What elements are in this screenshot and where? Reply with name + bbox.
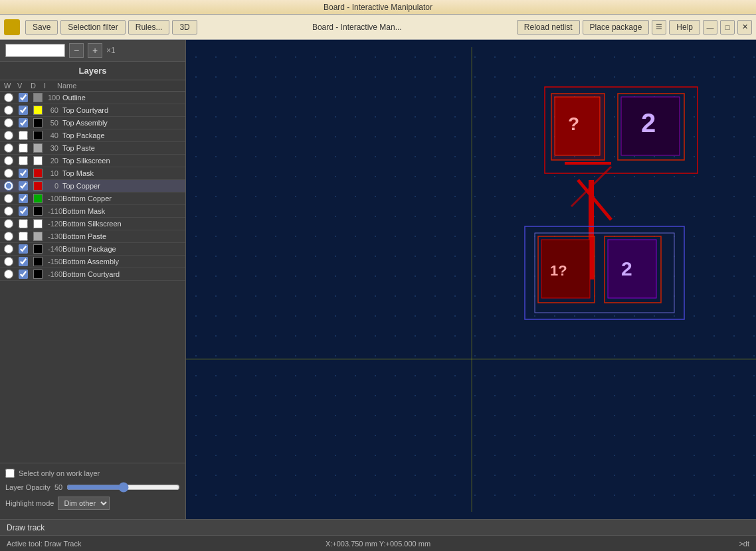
opacity-label: Layer Opacity	[5, 483, 50, 491]
select-only-checkbox[interactable]	[5, 469, 15, 478]
layer-name: Top Mask	[62, 169, 94, 177]
layer-name: Bottom Copper	[62, 195, 112, 202]
close-button[interactable]: ✕	[737, 20, 752, 35]
svg-text:1?: 1?	[550, 262, 567, 279]
left-panel: 1.250 mm − + ×1 Layers W V D I Name 100O…	[0, 40, 186, 519]
menu-button[interactable]: ☰	[652, 20, 666, 35]
layer-visible-checkbox[interactable]	[19, 244, 28, 254]
layer-name: Bottom Courtyard	[62, 270, 120, 278]
draw-track-bar: Draw track	[0, 519, 756, 535]
layer-color-swatch	[33, 131, 43, 140]
layer-radio[interactable]	[4, 219, 13, 228]
draw-track-text: Draw track	[7, 523, 45, 532]
layer-color-swatch	[33, 169, 43, 178]
window-title: Board - Interactive Man...	[200, 23, 514, 32]
title-bar: Board - Interactive Manipulator	[0, 0, 756, 15]
layer-row[interactable]: 50Top Assembly	[0, 117, 185, 129]
layer-number: -120	[48, 220, 61, 228]
layer-name: Bottom Mask	[62, 207, 105, 215]
layer-number: 30	[48, 144, 61, 152]
layer-number: 60	[48, 106, 61, 114]
layer-visible-checkbox[interactable]	[19, 106, 28, 115]
layer-radio[interactable]	[4, 194, 13, 203]
layer-radio[interactable]	[4, 169, 13, 178]
layer-visible-checkbox[interactable]	[19, 181, 28, 191]
layer-name: Outline	[62, 94, 86, 102]
layer-visible-checkbox[interactable]	[19, 156, 28, 165]
layer-number: -140	[48, 245, 61, 253]
main-layout: 1.250 mm − + ×1 Layers W V D I Name 100O…	[0, 40, 756, 519]
place-package-button[interactable]: Place package	[583, 20, 650, 35]
layer-radio[interactable]	[4, 156, 13, 165]
canvas-area[interactable]: ? 2 1? 2	[186, 40, 756, 519]
layer-radio[interactable]	[4, 232, 13, 241]
layer-radio[interactable]	[4, 181, 13, 191]
zoom-plus-button[interactable]: +	[88, 43, 102, 58]
layer-row[interactable]: 60Top Courtyard	[0, 104, 185, 117]
rules-button[interactable]: Rules...	[128, 20, 170, 35]
layer-radio[interactable]	[4, 206, 13, 216]
bottom-controls: Select only on work layer Layer Opacity …	[0, 463, 185, 519]
layer-row[interactable]: 20Top Silkscreen	[0, 155, 185, 167]
layer-row[interactable]: -150Bottom Assembly	[0, 256, 185, 268]
3d-button[interactable]: 3D	[172, 20, 197, 35]
layers-column-headers: W V D I Name	[0, 80, 185, 92]
layer-color-swatch	[33, 156, 43, 165]
layer-name: Bottom Paste	[62, 232, 106, 240]
layer-radio[interactable]	[4, 244, 13, 254]
opacity-slider[interactable]	[66, 482, 180, 493]
layer-number: -110	[48, 207, 61, 215]
layer-visible-checkbox[interactable]	[19, 206, 28, 216]
col-name: Name	[57, 82, 181, 90]
layer-visible-checkbox[interactable]	[19, 169, 28, 178]
maximize-button[interactable]: □	[720, 20, 735, 35]
layer-number: -130	[48, 232, 61, 240]
mode-text: >dt	[502, 540, 749, 548]
selection-filter-button[interactable]: Selection filter	[60, 20, 125, 35]
layer-row[interactable]: -100Bottom Copper	[0, 193, 185, 205]
select-only-label: Select only on work layer	[19, 469, 100, 477]
layer-visible-checkbox[interactable]	[19, 131, 28, 140]
layer-radio[interactable]	[4, 257, 13, 266]
layer-row[interactable]: -110Bottom Mask	[0, 205, 185, 218]
layer-radio[interactable]	[4, 106, 13, 115]
layer-visible-checkbox[interactable]	[19, 93, 28, 102]
layer-color-swatch	[33, 93, 43, 102]
save-button[interactable]: Save	[25, 20, 58, 35]
zoom-input[interactable]: 1.250 mm	[5, 44, 65, 57]
layer-name: Top Copper	[62, 182, 100, 190]
layer-row[interactable]: -140Bottom Package	[0, 243, 185, 256]
col-w: W	[4, 82, 17, 90]
layer-visible-checkbox[interactable]	[19, 194, 28, 203]
layer-row[interactable]: 40Top Package	[0, 129, 185, 142]
layer-row[interactable]: -120Bottom Silkscreen	[0, 218, 185, 230]
layer-visible-checkbox[interactable]	[19, 232, 28, 241]
layer-color-swatch	[33, 118, 43, 127]
layer-radio[interactable]	[4, 143, 13, 153]
layer-number: 20	[48, 157, 61, 165]
layer-row[interactable]: 100Outline	[0, 92, 185, 104]
layer-visible-checkbox[interactable]	[19, 143, 28, 153]
layer-row[interactable]: 10Top Mask	[0, 167, 185, 180]
layer-row[interactable]: 30Top Paste	[0, 142, 185, 155]
title-bar-text: Board - Interactive Manipulator	[324, 3, 432, 12]
layer-radio[interactable]	[4, 131, 13, 140]
layer-visible-checkbox[interactable]	[19, 257, 28, 266]
layers-section: Layers W V D I Name 100Outline60Top Cour…	[0, 62, 185, 463]
layer-radio[interactable]	[4, 93, 13, 102]
layer-radio[interactable]	[4, 118, 13, 127]
layer-visible-checkbox[interactable]	[19, 270, 28, 279]
layer-visible-checkbox[interactable]	[19, 118, 28, 127]
zoom-minus-button[interactable]: −	[69, 43, 84, 58]
highlight-select[interactable]: Dim otherBrightenNone	[58, 497, 110, 510]
layer-row[interactable]: -160Bottom Courtyard	[0, 268, 185, 281]
layer-visible-checkbox[interactable]	[19, 219, 28, 228]
layer-row[interactable]: 0Top Copper	[0, 180, 185, 193]
help-button[interactable]: Help	[669, 20, 700, 35]
minimize-button[interactable]: —	[703, 20, 717, 35]
layer-name: Top Paste	[62, 144, 95, 152]
layer-color-swatch	[33, 143, 43, 153]
layer-row[interactable]: -130Bottom Paste	[0, 230, 185, 243]
layer-radio[interactable]	[4, 270, 13, 279]
reload-netlist-button[interactable]: Reload netlist	[517, 20, 580, 35]
